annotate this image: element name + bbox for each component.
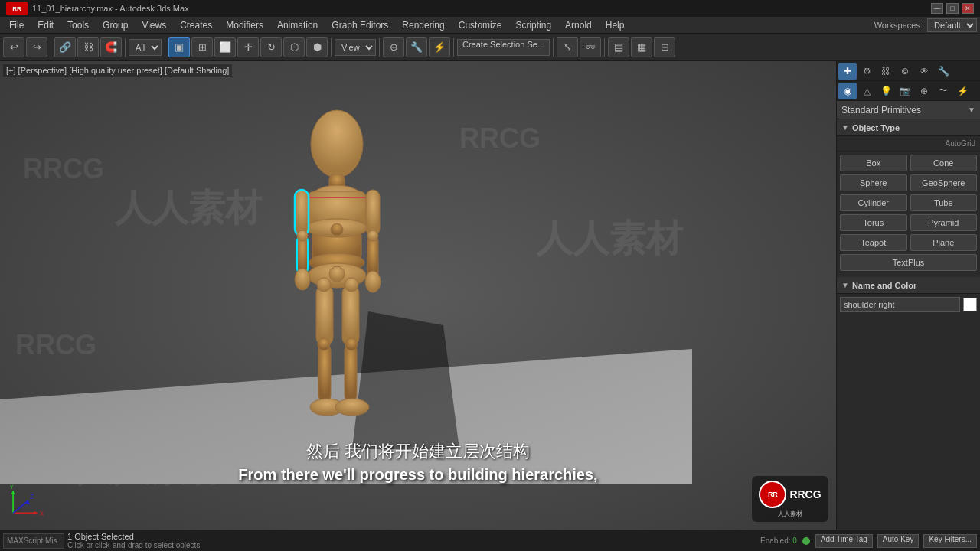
create-tab-icon[interactable]: ✚ xyxy=(838,63,857,80)
undo-button[interactable]: ↩ xyxy=(3,37,24,57)
close-button[interactable]: ✕ xyxy=(962,3,974,14)
svg-rect-18 xyxy=(342,285,359,346)
svg-marker-33 xyxy=(11,491,15,494)
object-type-title: Object Type xyxy=(852,123,900,132)
window-crossing-button[interactable]: ⬜ xyxy=(214,37,236,57)
shapes-icon[interactable]: △ xyxy=(858,83,876,99)
svg-text:Y: Y xyxy=(10,485,15,491)
rrcg-logo-sub: 人人素材 xyxy=(778,510,802,518)
rotate-button[interactable]: ↻ xyxy=(260,37,282,57)
create-selection-button[interactable]: Create Selection Se... xyxy=(457,39,550,56)
svg-point-23 xyxy=(317,278,331,292)
motion-tab-icon[interactable]: ⊚ xyxy=(896,63,914,80)
window-controls[interactable]: — □ ✕ xyxy=(931,3,974,14)
titlebar-left: RR 11_01_hierarchy.max - Autodesk 3ds Ma… xyxy=(6,2,189,15)
svg-point-0 xyxy=(311,110,363,178)
menu-customize[interactable]: Customize xyxy=(452,18,508,32)
menu-group[interactable]: Group xyxy=(96,18,134,32)
menu-modifiers[interactable]: Modifiers xyxy=(220,18,270,32)
menu-scripting[interactable]: Scripting xyxy=(509,18,557,32)
obj-type-row-4: Torus Pyramid xyxy=(840,214,977,231)
scale-button[interactable]: ⬡ xyxy=(283,37,305,57)
teapot-button[interactable]: Teapot xyxy=(840,234,907,251)
geometry-icon[interactable]: ◉ xyxy=(838,83,857,99)
menu-graph-editors[interactable]: Graph Editors xyxy=(325,18,394,32)
object-name-input[interactable] xyxy=(840,297,960,312)
menu-views[interactable]: Views xyxy=(136,18,172,32)
cameras-icon[interactable]: 📷 xyxy=(896,83,914,99)
unlink-button[interactable]: ⛓ xyxy=(77,37,99,57)
display-tab-icon[interactable]: 👁 xyxy=(915,63,933,80)
enabled-icon xyxy=(802,536,811,546)
move-button[interactable]: ✛ xyxy=(237,37,259,57)
svg-point-28 xyxy=(368,230,378,241)
menu-tools[interactable]: Tools xyxy=(61,18,95,32)
select-button[interactable]: ▣ xyxy=(168,37,190,57)
subtitle-english: From there we'll progress to building hi… xyxy=(0,466,836,484)
toolbar-separator-2 xyxy=(125,38,126,57)
name-color-section-header[interactable]: ▼ Name and Color xyxy=(837,277,980,294)
svg-text:Z: Z xyxy=(30,494,34,500)
select-region-button[interactable]: ⊞ xyxy=(191,37,213,57)
filter-dropdown[interactable]: All xyxy=(129,39,162,56)
name-color-row xyxy=(840,297,977,312)
panel-icon-tabs: ✚ ⚙ ⛓ ⊚ 👁 🔧 xyxy=(837,61,980,81)
app-logo: RR xyxy=(6,2,28,15)
box-button[interactable]: Box xyxy=(840,155,907,171)
time-tag-button[interactable]: Add Time Tag xyxy=(815,534,873,548)
menu-animation[interactable]: Animation xyxy=(271,18,324,32)
viewport[interactable]: [+] [Perspective] [High quality user pre… xyxy=(0,61,836,530)
scale2-button[interactable]: ⬢ xyxy=(306,37,328,57)
name-color-collapse-icon: ▼ xyxy=(841,281,849,289)
menu-edit[interactable]: Edit xyxy=(31,18,60,32)
obj-type-row-5: Teapot Plane xyxy=(840,234,977,251)
tube-button[interactable]: Tube xyxy=(910,194,978,211)
redo-button[interactable]: ↪ xyxy=(26,37,47,57)
menu-file[interactable]: File xyxy=(3,18,30,32)
textplus-button[interactable]: TextPlus xyxy=(840,254,977,271)
geosphere-button[interactable]: GeoSphere xyxy=(910,174,978,191)
svg-rect-19 xyxy=(345,344,357,402)
minimize-button[interactable]: — xyxy=(931,3,943,14)
pyramid-button[interactable]: Pyramid xyxy=(910,214,978,231)
layer3-button[interactable]: ⊟ xyxy=(654,37,675,57)
layer-button[interactable]: ▤ xyxy=(608,37,629,57)
snap2d-button[interactable]: ⚡ xyxy=(429,37,450,57)
utilities-tab-icon[interactable]: 🔧 xyxy=(934,63,952,80)
viewport-dropdown[interactable]: View xyxy=(335,39,376,56)
auto-key-button[interactable]: Auto Key xyxy=(877,534,920,548)
plane-button[interactable]: Plane xyxy=(910,234,978,251)
workspace-dropdown[interactable]: Default xyxy=(927,18,977,32)
color-swatch[interactable] xyxy=(963,298,977,311)
modify-tab-icon[interactable]: ⚙ xyxy=(858,63,876,80)
menu-help[interactable]: Help xyxy=(599,18,631,32)
right-panel: ✚ ⚙ ⛓ ⊚ 👁 🔧 ◉ △ 💡 📷 ⊕ 〜 ⚡ Standard Primi… xyxy=(836,61,980,530)
cone-button[interactable]: Cone xyxy=(910,155,978,171)
systems-icon[interactable]: ⚡ xyxy=(953,83,972,99)
maxscript-label: MAXScript Mis xyxy=(7,536,57,545)
pivot-button[interactable]: ⊕ xyxy=(383,37,404,57)
layer2-button[interactable]: ▦ xyxy=(631,37,652,57)
status-info: 1 Object Selected Click or click-and-dra… xyxy=(67,532,757,549)
hierarchy-tab-icon[interactable]: ⛓ xyxy=(877,63,895,80)
lights-icon[interactable]: 💡 xyxy=(877,83,895,99)
maximize-button[interactable]: □ xyxy=(946,3,959,14)
mirror-button[interactable]: ⤡ xyxy=(557,37,578,57)
menu-rendering[interactable]: Rendering xyxy=(396,18,450,32)
key-filters-button[interactable]: Key Filters... xyxy=(923,534,977,548)
object-type-section-header[interactable]: ▼ Object Type xyxy=(837,119,980,136)
corner-logo-top: RR RRCG xyxy=(759,481,821,508)
cylinder-button[interactable]: Cylinder xyxy=(840,194,907,211)
align-button[interactable]: ⏔ xyxy=(580,37,601,57)
panel-category-dropdown[interactable]: Standard Primitives ▼ xyxy=(837,101,980,119)
object-type-collapse-icon: ▼ xyxy=(841,123,849,132)
snap-button[interactable]: 🔧 xyxy=(406,37,427,57)
sphere-button[interactable]: Sphere xyxy=(840,174,907,191)
link-button[interactable]: 🔗 xyxy=(54,37,76,57)
spacewarps-icon[interactable]: 〜 xyxy=(934,83,952,99)
helpers-icon[interactable]: ⊕ xyxy=(915,83,933,99)
bind-button[interactable]: 🧲 xyxy=(100,37,122,57)
menu-create[interactable]: Creates xyxy=(174,18,218,32)
menu-arnold[interactable]: Arnold xyxy=(559,18,598,32)
torus-button[interactable]: Torus xyxy=(840,214,907,231)
